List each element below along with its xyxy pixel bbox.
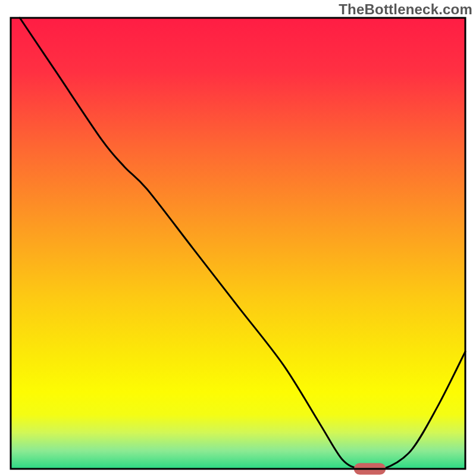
bottleneck-chart: [0, 0, 476, 476]
watermark-text: TheBottleneck.com: [339, 1, 472, 18]
gradient-background: [11, 18, 465, 469]
